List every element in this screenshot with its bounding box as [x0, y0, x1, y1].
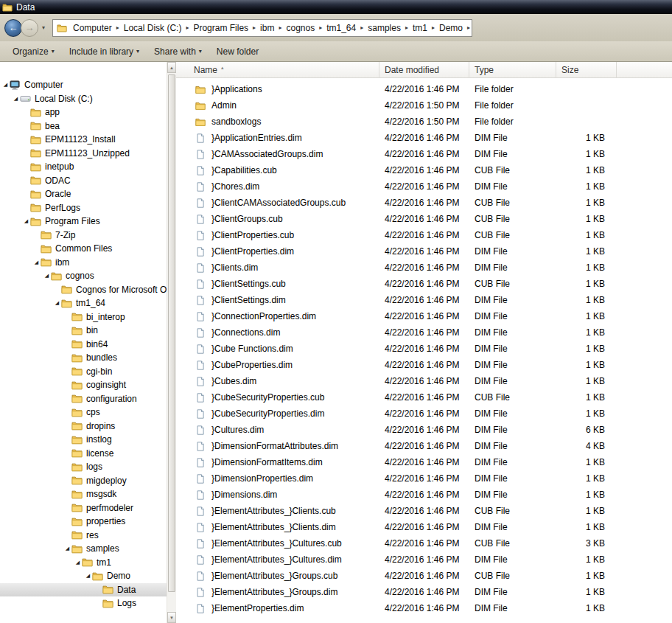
tree-item-epm11123-unzipped[interactable]: EPM11123_Unzipped	[0, 147, 167, 161]
breadcrumb-item-cognos[interactable]: cognos	[282, 23, 318, 33]
file-row[interactable]: }ClientCAMAssociatedGroups.cub4/22/2016 …	[176, 195, 672, 211]
expanded-node-icon[interactable]: ◢	[63, 546, 71, 551]
file-row[interactable]: }DimensionFormatAttributes.dim4/22/2016 …	[176, 438, 672, 454]
tree-item-logs[interactable]: Logs	[0, 596, 167, 610]
tree-item-app[interactable]: app	[0, 105, 167, 119]
file-row[interactable]: }DimensionProperties.dim4/22/2016 1:46 P…	[176, 470, 672, 487]
tree-item-coginsight[interactable]: coginsight	[0, 378, 167, 392]
tree-item-odac[interactable]: ODAC	[0, 174, 167, 188]
file-row[interactable]: }CubeSecurityProperties.dim4/22/2016 1:4…	[176, 406, 672, 422]
file-row[interactable]: }ClientGroups.cub4/22/2016 1:46 PMCUB Fi…	[176, 211, 672, 227]
expanded-node-icon[interactable]: ◢	[53, 300, 61, 306]
breadcrumb-item-tm1[interactable]: tm1	[409, 23, 431, 33]
file-row[interactable]: }Connections.dim4/22/2016 1:46 PMDIM Fil…	[176, 324, 672, 341]
file-row[interactable]: }ElementAttributes_}Groups.dim4/22/2016 …	[176, 584, 672, 600]
recent-pages-dropdown[interactable]: ▾	[38, 20, 49, 36]
tree-item-res[interactable]: res	[0, 529, 167, 543]
file-row[interactable]: }CubeProperties.dim4/22/2016 1:46 PMDIM …	[176, 357, 672, 373]
file-row[interactable]: }DimensionFormatItems.dim4/22/2016 1:46 …	[176, 454, 672, 470]
forward-button[interactable]: →	[21, 19, 38, 37]
scroll-up-button[interactable]: ▲	[167, 62, 176, 73]
breadcrumb-item-local-disk-c[interactable]: Local Disk (C:)	[120, 23, 186, 33]
column-header-type[interactable]: Type	[469, 62, 556, 77]
tree-item-computer[interactable]: ◢Computer	[0, 78, 167, 92]
tree-item-samples[interactable]: ◢samples	[0, 542, 167, 556]
scrollbar-track[interactable]	[167, 73, 176, 612]
tree-item-demo[interactable]: ◢Demo	[0, 569, 167, 583]
expanded-node-icon[interactable]: ◢	[43, 273, 51, 279]
file-row[interactable]: }Clients.dim4/22/2016 1:46 PMDIM File1 K…	[176, 260, 672, 276]
tree-item-license[interactable]: license	[0, 447, 167, 461]
file-row[interactable]: }Cube Functions.dim4/22/2016 1:46 PMDIM …	[176, 341, 672, 357]
tree-item-dropins[interactable]: dropins	[0, 420, 167, 434]
expanded-node-icon[interactable]: ◢	[84, 573, 92, 579]
tree-item-cps[interactable]: cps	[0, 406, 167, 420]
column-header-date-modified[interactable]: Date modified	[379, 62, 469, 77]
tree-item-msgsdk[interactable]: msgsdk	[0, 487, 167, 501]
tree-item-bundles[interactable]: bundles	[0, 351, 167, 365]
tree-item-cgi-bin[interactable]: cgi-bin	[0, 365, 167, 379]
tree-item-perflogs[interactable]: PerfLogs	[0, 201, 167, 215]
tree-item-program-files[interactable]: ◢Program Files	[0, 215, 167, 229]
file-row[interactable]: }ElementAttributes_}Cultures.dim4/22/201…	[176, 551, 672, 568]
file-row[interactable]: }ClientProperties.dim4/22/2016 1:46 PMDI…	[176, 243, 672, 260]
expanded-node-icon[interactable]: ◢	[74, 560, 82, 565]
tree-item-instlog[interactable]: instlog	[0, 433, 167, 447]
toolbar-button-organize[interactable]: Organize▾	[6, 43, 61, 60]
file-row[interactable]: }ClientSettings.cub4/22/2016 1:46 PMCUB …	[176, 276, 672, 292]
breadcrumb-item-ibm[interactable]: ibm	[256, 23, 278, 33]
tree-item-cognos-for-microsoft-office[interactable]: Cognos for Microsoft Office	[0, 283, 167, 297]
toolbar-button-share-with[interactable]: Share with▾	[147, 43, 209, 60]
breadcrumb-item-computer[interactable]: Computer	[69, 23, 116, 33]
toolbar-button-include-in-library[interactable]: Include in library▾	[63, 43, 146, 60]
tree-item-migdeploy[interactable]: migdeploy	[0, 474, 167, 488]
file-row[interactable]: }Applications4/22/2016 1:46 PMFile folde…	[176, 81, 672, 97]
file-row[interactable]: }CubeSecurityProperties.cub4/22/2016 1:4…	[176, 389, 672, 406]
tree-item-cognos[interactable]: ◢cognos	[0, 269, 167, 283]
breadcrumb[interactable]: Computer▸Local Disk (C:)▸Program Files▸i…	[52, 19, 472, 37]
file-row[interactable]: sandboxlogs4/22/2016 1:50 PMFile folder	[176, 114, 672, 130]
file-row[interactable]: }CAMAssociatedGroups.dim4/22/2016 1:46 P…	[176, 146, 672, 162]
expanded-node-icon[interactable]: ◢	[12, 96, 20, 102]
tree-item-oracle[interactable]: Oracle	[0, 187, 167, 201]
file-row[interactable]: }Cultures.dim4/22/2016 1:46 PMDIM File6 …	[176, 422, 672, 438]
breadcrumb-item-data[interactable]: Data	[471, 23, 472, 33]
expanded-node-icon[interactable]: ◢	[22, 218, 30, 224]
file-row[interactable]: }Chores.dim4/22/2016 1:46 PMDIM File1 KB	[176, 178, 672, 195]
breadcrumb-item-demo[interactable]: Demo	[435, 23, 466, 33]
tree-item-data[interactable]: Data	[0, 583, 167, 597]
tree-item-7-zip[interactable]: 7-Zip	[0, 229, 167, 243]
tree-item-tm1[interactable]: ◢tm1	[0, 556, 167, 570]
tree-item-bea[interactable]: bea	[0, 119, 167, 133]
tree-item-properties[interactable]: properties	[0, 515, 167, 529]
tree-item-configuration[interactable]: configuration	[0, 392, 167, 406]
toolbar-button-new-folder[interactable]: New folder	[210, 43, 265, 60]
file-row[interactable]: }ElementAttributes_}Clients.cub4/22/2016…	[176, 503, 672, 519]
file-row[interactable]: }ClientSettings.dim4/22/2016 1:46 PMDIM …	[176, 292, 672, 308]
tree-item-epm11123-install[interactable]: EPM11123_Install	[0, 133, 167, 147]
file-row[interactable]: }Capabilities.cub4/22/2016 1:46 PMCUB Fi…	[176, 162, 672, 178]
breadcrumb-item-tm1-64[interactable]: tm1_64	[323, 23, 360, 33]
file-row[interactable]: }ElementAttributes_}Groups.cub4/22/2016 …	[176, 568, 672, 584]
tree-item-common-files[interactable]: Common Files	[0, 242, 167, 256]
tree-item-ibm[interactable]: ◢ibm	[0, 256, 167, 270]
column-header-size[interactable]: Size	[556, 62, 617, 77]
scroll-down-button[interactable]: ▼	[167, 612, 176, 623]
breadcrumb-item-samples[interactable]: samples	[364, 23, 405, 33]
scrollbar-thumb[interactable]	[168, 74, 175, 592]
file-row[interactable]: }ApplicationEntries.dim4/22/2016 1:46 PM…	[176, 130, 672, 146]
back-button[interactable]: ←	[4, 19, 22, 37]
tree-item-logs[interactable]: logs	[0, 460, 167, 474]
tree-scrollbar[interactable]: ▲ ▼	[167, 62, 176, 623]
tree-item-local-disk-c[interactable]: ◢Local Disk (C:)	[0, 92, 167, 106]
file-row[interactable]: }ElementAttributes_}Clients.dim4/22/2016…	[176, 519, 672, 535]
file-row[interactable]: }ClientProperties.cub4/22/2016 1:46 PMCU…	[176, 227, 672, 243]
column-header-name[interactable]: Name▴	[176, 62, 379, 77]
file-row[interactable]: Admin4/22/2016 1:50 PMFile folder	[176, 97, 672, 114]
tree-item-inetpub[interactable]: inetpub	[0, 160, 167, 174]
expanded-node-icon[interactable]: ◢	[1, 82, 10, 88]
tree-item-bi-interop[interactable]: bi_interop	[0, 310, 167, 324]
file-row[interactable]: }ConnectionProperties.dim4/22/2016 1:46 …	[176, 308, 672, 324]
expanded-node-icon[interactable]: ◢	[32, 260, 41, 265]
file-row[interactable]: }Dimensions.dim4/22/2016 1:46 PMDIM File…	[176, 487, 672, 503]
